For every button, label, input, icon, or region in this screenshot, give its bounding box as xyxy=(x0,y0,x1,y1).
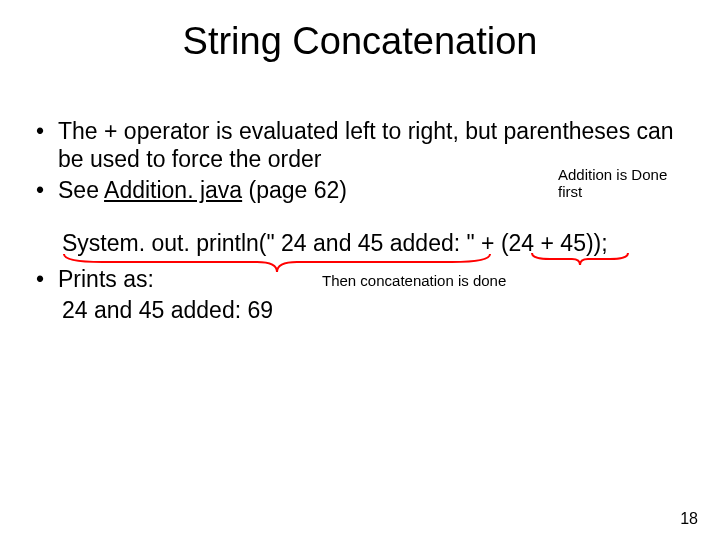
bullet-text-pre: See xyxy=(58,177,104,203)
prints-output: 24 and 45 added: 69 xyxy=(32,297,688,324)
bullet-item: The + operator is evaluated left to righ… xyxy=(32,118,688,173)
slide: String Concatenation The + operator is e… xyxy=(0,0,720,540)
slide-title: String Concatenation xyxy=(0,20,720,63)
bullet-text: The + operator is evaluated left to righ… xyxy=(58,118,674,172)
code-line: System. out. println(" 24 and 45 added: … xyxy=(62,230,608,257)
link-addition-java[interactable]: Addition. java xyxy=(104,177,242,203)
page-number: 18 xyxy=(680,510,698,528)
annotation-then-concat: Then concatenation is done xyxy=(322,273,582,290)
bullet-text-post: (page 62) xyxy=(242,177,347,203)
annotation-addition-first: Addition is Done first xyxy=(558,167,668,200)
bullet-text: Prints as: xyxy=(58,266,154,292)
